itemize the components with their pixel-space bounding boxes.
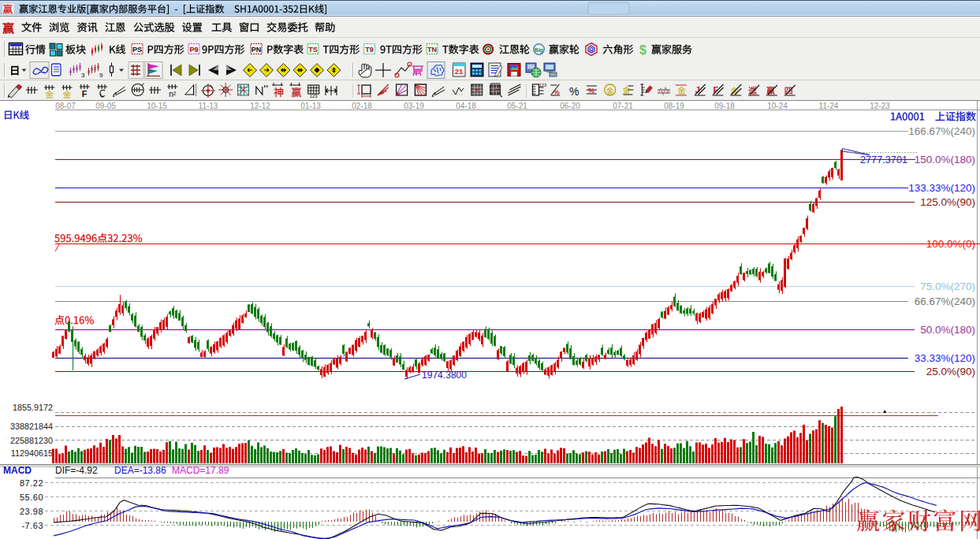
- svg-text:25.0%(90): 25.0%(90): [926, 366, 975, 377]
- svg-text:12-23: 12-23: [870, 102, 890, 110]
- svg-text:01-13: 01-13: [300, 102, 321, 110]
- svg-text:06-20: 06-20: [560, 102, 580, 110]
- svg-text:225881230: 225881230: [10, 436, 53, 445]
- svg-text:TS: TS: [308, 46, 318, 54]
- svg-text:P9: P9: [189, 46, 198, 54]
- svg-text:08-19: 08-19: [664, 102, 684, 110]
- svg-text:05-21: 05-21: [507, 102, 527, 110]
- svg-text:-7.63: -7.63: [21, 521, 43, 530]
- svg-text:Big: Big: [535, 47, 543, 54]
- svg-text:11-24: 11-24: [819, 102, 839, 110]
- svg-text:%: %: [569, 85, 579, 98]
- svg-text:50.0%(180): 50.0%(180): [920, 324, 975, 336]
- svg-text:123: 123: [310, 94, 319, 99]
- svg-text:MACD=17.89: MACD=17.89: [172, 465, 229, 476]
- svg-text:150.0%(180): 150.0%(180): [915, 154, 975, 165]
- svg-text:2777.3701: 2777.3701: [860, 154, 907, 165]
- svg-text:PN: PN: [252, 46, 262, 54]
- svg-text:1974.3800: 1974.3800: [422, 369, 467, 381]
- svg-text:1855.9172: 1855.9172: [13, 403, 53, 412]
- svg-text:09-18: 09-18: [714, 102, 735, 110]
- svg-text:PS: PS: [132, 46, 142, 54]
- svg-text:08-07: 08-07: [55, 102, 76, 110]
- svg-text:3: 3: [81, 72, 85, 79]
- svg-text:133.33%(120): 133.33%(120): [908, 182, 975, 194]
- svg-text:112940615: 112940615: [11, 448, 53, 458]
- svg-text:12-12: 12-12: [250, 102, 270, 110]
- svg-text:66.67%(240): 66.67%(240): [915, 296, 975, 307]
- svg-text:T9: T9: [365, 46, 374, 54]
- svg-text:21: 21: [455, 67, 464, 76]
- svg-text:DEA=-13.86: DEA=-13.86: [114, 465, 166, 476]
- svg-text:100.0%(0): 100.0%(0): [926, 238, 975, 250]
- svg-text:23.98: 23.98: [20, 507, 43, 516]
- svg-text:33.33%(120): 33.33%(120): [915, 352, 975, 364]
- svg-text:125.0%(90): 125.0%(90): [920, 196, 975, 208]
- svg-text:338821844: 338821844: [10, 422, 53, 431]
- svg-text:75.0%(270): 75.0%(270): [920, 281, 975, 292]
- svg-text:87.22: 87.22: [20, 478, 43, 488]
- svg-text:07-21: 07-21: [613, 102, 633, 110]
- svg-text:MACD: MACD: [3, 465, 32, 476]
- svg-text:DIF=-4.92: DIF=-4.92: [55, 465, 98, 476]
- svg-text:TN: TN: [427, 46, 437, 54]
- svg-text:10-15: 10-15: [147, 102, 167, 110]
- svg-text:%: %: [588, 87, 594, 95]
- svg-text:11-13: 11-13: [199, 102, 218, 110]
- svg-text:$: $: [639, 43, 647, 57]
- svg-text:F: F: [82, 89, 88, 99]
- svg-text:02-18: 02-18: [352, 102, 372, 110]
- svg-text:03-19: 03-19: [404, 102, 424, 110]
- svg-text:04-18: 04-18: [456, 102, 476, 110]
- svg-text:10-24: 10-24: [767, 102, 788, 110]
- svg-text:%: %: [553, 88, 560, 96]
- svg-text:n²: n²: [169, 90, 177, 99]
- svg-text:123: 123: [539, 83, 546, 87]
- svg-text:166.67%(240): 166.67%(240): [908, 125, 975, 137]
- svg-text:9: 9: [99, 72, 103, 79]
- svg-text:09-05: 09-05: [95, 102, 116, 110]
- svg-text:55.60: 55.60: [20, 493, 43, 502]
